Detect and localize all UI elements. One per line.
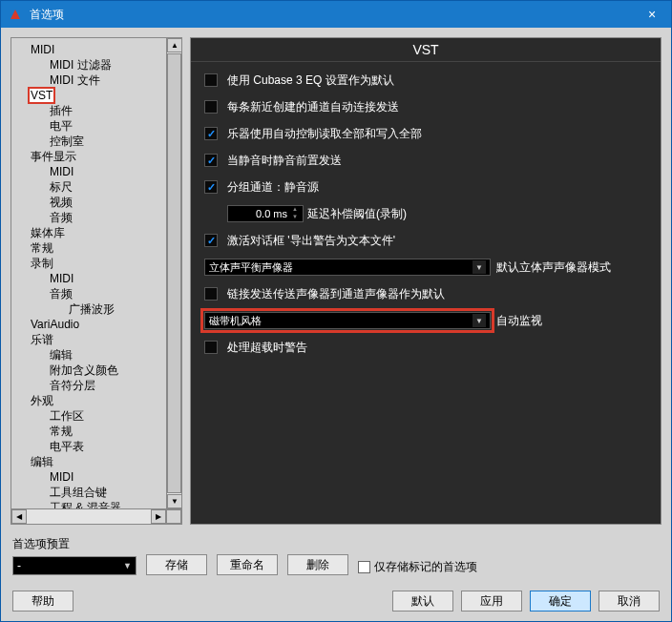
tree-item[interactable]: 附加含义颜色 [15, 363, 164, 378]
option-label: 延迟补偿阈值(录制) [307, 206, 407, 222]
stereo-pan-mode-dropdown[interactable]: 立体声平衡声像器 ▼ [204, 259, 491, 276]
tree-item[interactable]: MIDI [15, 271, 164, 286]
tree-item[interactable]: 媒体库 [15, 225, 164, 240]
category-tree[interactable]: MIDI MIDI 过滤器 MIDI 文件 VST 插件 电平 控制室 事件显示… [11, 38, 166, 508]
tree-item[interactable]: 乐谱 [15, 332, 164, 347]
option-label: 自动监视 [496, 313, 542, 329]
chevron-down-icon: ▼ [472, 260, 486, 274]
help-button[interactable]: 帮助 [12, 591, 74, 612]
tree-item[interactable]: 工作区 [15, 408, 164, 424]
checkbox-instrument-read-write[interactable] [204, 127, 218, 140]
checkbox-overload-warning[interactable] [204, 341, 218, 354]
delete-button[interactable]: 删除 [287, 554, 348, 575]
tree-item[interactable]: 编辑 [15, 454, 164, 469]
checkbox-group-channels[interactable] [204, 180, 218, 194]
store-marked-label: 仅存储标记的首选项 [374, 559, 477, 575]
tree-item[interactable]: MIDI [15, 164, 164, 179]
option-label: 乐器使用自动控制读取全部和写入全部 [227, 126, 422, 142]
default-button[interactable]: 默认 [392, 591, 453, 612]
tree-item[interactable]: 广播波形 [15, 301, 164, 317]
checkbox-use-cubase3-eq[interactable] [204, 73, 218, 87]
tree-item[interactable]: 电平 [15, 118, 164, 134]
tree-scrollbar-horizontal[interactable]: ◀ ▶ [11, 508, 181, 524]
window-title: 首选项 [30, 7, 633, 23]
checkbox-store-marked-only[interactable] [358, 561, 370, 573]
spin-down-icon[interactable]: ▼ [291, 214, 299, 221]
spin-up-icon[interactable]: ▲ [291, 206, 299, 214]
chevron-down-icon: ▼ [472, 314, 486, 327]
checkbox-link-send-panners[interactable] [204, 287, 218, 301]
rename-button[interactable]: 重命名 [217, 554, 278, 575]
scroll-up-icon[interactable]: ▲ [167, 38, 182, 52]
tree-item[interactable]: 视频 [15, 195, 164, 210]
tree-item[interactable]: 插件 [15, 103, 164, 118]
auto-monitoring-dropdown[interactable]: 磁带机风格 ▼ [204, 312, 491, 329]
ok-button[interactable]: 确定 [530, 591, 591, 612]
option-label: 激活对话框 '导出警告为文本文件' [227, 233, 395, 249]
tree-item[interactable]: 控制室 [15, 134, 164, 149]
checkbox-mute-premute[interactable] [204, 154, 218, 167]
scroll-left-icon[interactable]: ◀ [11, 509, 27, 524]
tree-item[interactable]: 外观 [15, 393, 164, 408]
tree-scrollbar-vertical[interactable]: ▲ ▼ [166, 38, 181, 508]
checkbox-warn-export[interactable] [204, 234, 218, 247]
tree-item[interactable]: MIDI 文件 [15, 73, 164, 88]
close-icon[interactable]: × [633, 7, 671, 22]
tree-item[interactable]: 编辑 [15, 347, 164, 363]
tree-item[interactable]: 标尺 [15, 179, 164, 195]
cancel-button[interactable]: 取消 [598, 591, 660, 612]
option-label: 使用 Cubase 3 EQ 设置作为默认 [227, 73, 394, 89]
tree-item[interactable]: MIDI [15, 42, 164, 57]
tree-item[interactable]: 工程 & 混音器 [15, 500, 164, 508]
tree-item[interactable]: MIDI [15, 469, 164, 485]
tree-item[interactable]: 音频 [15, 286, 164, 301]
tree-item[interactable]: 音频 [15, 210, 164, 225]
category-tree-panel: MIDI MIDI 过滤器 MIDI 文件 VST 插件 电平 控制室 事件显示… [10, 37, 182, 525]
tree-item[interactable]: 常规 [15, 424, 164, 439]
option-label: 每条新近创建的通道自动连接发送 [227, 99, 399, 115]
scroll-down-icon[interactable]: ▼ [167, 494, 182, 508]
titlebar: 首选项 × [1, 1, 671, 28]
option-label: 当静音时静音前置发送 [227, 153, 342, 169]
settings-panel: VST 使用 Cubase 3 EQ 设置作为默认 每条新近创建的通道自动连接发… [190, 37, 662, 525]
option-label: 链接发送传送声像器到通道声像器作为默认 [227, 286, 445, 302]
store-button[interactable]: 存储 [146, 554, 207, 575]
auto-monitoring-row: 磁带机风格 ▼ 自动监视 [202, 310, 649, 331]
tree-item[interactable]: 工具组合键 [15, 485, 164, 500]
tree-item[interactable]: 事件显示 [15, 149, 164, 164]
tree-item-vst[interactable]: VST [15, 88, 164, 103]
preset-label: 首选项预置 [12, 536, 660, 552]
app-icon [7, 6, 24, 23]
tree-item[interactable]: 音符分层 [15, 378, 164, 393]
preset-dropdown[interactable]: - ▼ [12, 556, 136, 575]
tree-item[interactable]: 常规 [15, 240, 164, 256]
tree-item[interactable]: MIDI 过滤器 [15, 57, 164, 73]
option-label: 默认立体声声像器模式 [496, 259, 611, 276]
chevron-down-icon: ▼ [123, 561, 132, 570]
option-label: 分组通道：静音源 [227, 179, 319, 196]
option-label: 处理超载时警告 [227, 340, 307, 356]
checkbox-auto-connect-sends[interactable] [204, 100, 218, 114]
panel-title: VST [191, 38, 661, 62]
scroll-right-icon[interactable]: ▶ [151, 509, 166, 524]
tree-item[interactable]: 录制 [15, 256, 164, 271]
tree-item[interactable]: VariAudio [15, 317, 164, 332]
tree-item[interactable]: 电平表 [15, 439, 164, 454]
apply-button[interactable]: 应用 [461, 591, 522, 612]
latency-threshold-field[interactable]: 0.0 ms ▲▼ [227, 205, 304, 222]
